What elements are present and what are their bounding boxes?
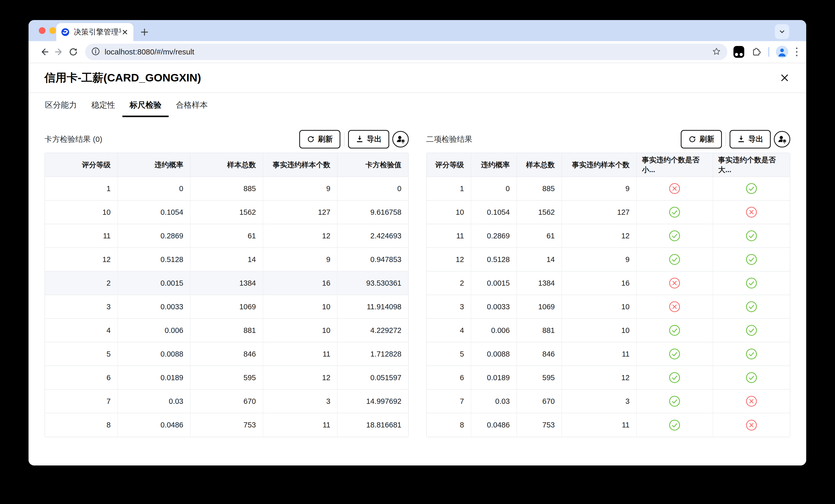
cross-circle-icon <box>746 206 757 218</box>
refresh-button[interactable]: 刷新 <box>681 130 722 148</box>
tables-area: 卡方检验结果 (0) 刷新 <box>28 117 806 437</box>
chisq-cell: 93.530361 <box>337 271 408 295</box>
defaults-cell: 10 <box>263 295 338 318</box>
table-row: 7 0.03 670 3 <box>427 390 790 413</box>
total-cell: 14 <box>190 248 263 271</box>
address-bar[interactable]: localhost:8080/#/mv/result <box>85 44 727 60</box>
less-check-cell <box>636 390 713 413</box>
col-grade: 评分等级 <box>427 153 471 177</box>
binomial-panel: 二项检验结果 刷新 <box>426 130 791 437</box>
total-cell: 670 <box>517 390 562 413</box>
url-text[interactable]: localhost:8080/#/mv/result <box>105 47 712 56</box>
table-row: 2 0.0015 1384 16 <box>427 271 790 295</box>
total-cell: 61 <box>517 224 562 248</box>
defaults-cell: 11 <box>562 413 636 437</box>
table-row: 3 0.0033 1069 10 <box>427 295 790 318</box>
check-circle-icon <box>669 254 680 265</box>
less-check-cell <box>636 201 713 224</box>
new-tab-button[interactable] <box>138 25 151 39</box>
greater-check-cell <box>713 271 790 295</box>
page-title: 信用卡-工薪(CARD_GONGXIN) <box>44 70 201 85</box>
table-row: 6 0.0189 595 12 0.051597 <box>45 366 408 390</box>
total-cell: 1069 <box>517 295 562 318</box>
defaults-cell: 12 <box>263 224 338 248</box>
browser-menu-icon[interactable] <box>795 46 798 57</box>
check-circle-icon <box>669 348 680 360</box>
defaults-cell: 10 <box>562 295 636 318</box>
less-check-cell <box>636 224 713 248</box>
table-row: 1 0 885 9 <box>427 177 790 201</box>
table-row: 7 0.03 670 3 14.997692 <box>45 390 408 413</box>
page-header: 信用卡-工薪(CARD_GONGXIN) <box>28 63 806 92</box>
greater-check-cell <box>713 413 790 437</box>
defaults-cell: 16 <box>263 271 338 295</box>
tab-close-icon[interactable] <box>121 28 129 36</box>
prob-cell: 0.0015 <box>471 271 517 295</box>
export-button[interactable]: 导出 <box>730 130 771 148</box>
table-row: 1 0 885 9 0 <box>45 177 408 201</box>
total-cell: 753 <box>190 413 263 437</box>
defaults-cell: 9 <box>562 248 636 271</box>
check-circle-icon <box>746 277 757 289</box>
table-row: 12 0.5128 14 9 0.947853 <box>45 248 408 271</box>
table-row: 10 0.1054 1562 127 9.616758 <box>45 201 408 224</box>
total-cell: 1562 <box>517 201 562 224</box>
col-prob: 违约概率 <box>118 153 190 177</box>
defaults-cell: 11 <box>263 413 338 437</box>
cross-circle-icon <box>746 419 757 431</box>
check-circle-icon <box>746 254 757 265</box>
grade-cell: 8 <box>427 413 471 437</box>
check-circle-icon <box>746 230 757 242</box>
grade-cell: 11 <box>45 224 118 248</box>
profile-avatar[interactable] <box>776 46 788 58</box>
binomial-table: 评分等级 违约概率 样本总数 事实违约样本个数 事实违约个数是否小... 事实违… <box>426 152 791 437</box>
bookmark-star-icon[interactable] <box>712 47 721 57</box>
browser-tab[interactable]: 决策引擎管理平台 <box>56 23 134 41</box>
column-settings-button[interactable] <box>774 131 790 147</box>
binomial-panel-actions: 刷新 导出 <box>681 130 790 148</box>
prob-cell: 0.0033 <box>471 295 517 318</box>
chisq-panel: 卡方检验结果 (0) 刷新 <box>44 130 409 437</box>
table-row: 5 0.0088 846 11 1.712828 <box>45 342 408 366</box>
less-check-cell <box>636 295 713 318</box>
tab-search-chevron-button[interactable] <box>775 24 789 39</box>
grade-cell: 3 <box>427 295 471 318</box>
minimize-window-button[interactable] <box>49 27 56 34</box>
check-circle-icon <box>669 324 680 336</box>
prob-cell: 0.006 <box>118 318 190 342</box>
button-divider <box>726 132 726 146</box>
tab-discrimination[interactable]: 区分能力 <box>45 93 77 117</box>
col-total: 样本总数 <box>517 153 562 177</box>
close-window-button[interactable] <box>39 27 45 34</box>
total-cell: 846 <box>517 342 562 366</box>
column-settings-button[interactable] <box>392 131 409 147</box>
tab-scale-test[interactable]: 标尺检验 <box>129 93 161 117</box>
prob-cell: 0.0486 <box>118 413 190 437</box>
tab-stability[interactable]: 稳定性 <box>91 93 115 117</box>
prob-cell: 0.5128 <box>471 248 517 271</box>
back-button[interactable] <box>37 45 52 59</box>
grade-cell: 10 <box>45 201 118 224</box>
refresh-button[interactable]: 刷新 <box>299 130 340 148</box>
prob-cell: 0.03 <box>471 390 517 413</box>
cross-circle-icon <box>669 301 680 313</box>
defaults-cell: 11 <box>562 342 636 366</box>
greater-check-cell <box>713 177 790 201</box>
tab-qualified-sample[interactable]: 合格样本 <box>176 93 208 117</box>
reload-button[interactable] <box>66 45 80 59</box>
chisq-header-row: 评分等级 违约概率 样本总数 事实违约样本个数 卡方检验值 <box>45 153 408 177</box>
export-button[interactable]: 导出 <box>348 130 389 148</box>
table-row: 12 0.5128 14 9 <box>427 248 790 271</box>
chisq-cell: 2.424693 <box>337 224 408 248</box>
page-close-icon[interactable] <box>779 72 790 83</box>
site-info-icon[interactable] <box>91 47 100 57</box>
extensions-puzzle-icon[interactable] <box>751 46 762 58</box>
binomial-panel-title: 二项检验结果 <box>426 134 472 145</box>
forward-button[interactable] <box>52 45 66 59</box>
grade-cell: 6 <box>427 366 471 390</box>
chisq-panel-actions: 刷新 导出 <box>299 130 409 148</box>
total-cell: 1069 <box>190 295 263 318</box>
grade-cell: 6 <box>45 366 118 390</box>
extension-icon[interactable] <box>733 46 744 58</box>
chisq-table: 评分等级 违约概率 样本总数 事实违约样本个数 卡方检验值 1 0 <box>44 152 409 437</box>
